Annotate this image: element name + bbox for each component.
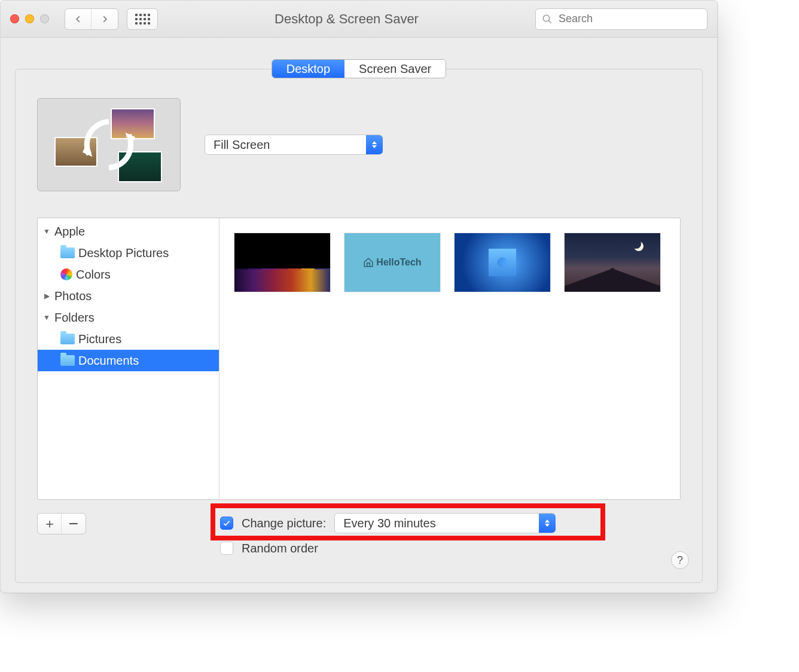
minimize-window-button[interactable] [25,14,34,23]
disclosure-down-icon: ▼ [42,227,51,236]
window-title: Desktop & Screen Saver [166,11,527,27]
chevron-left-icon [74,15,83,23]
change-picture-section: Change picture: Every 30 minutes Random … [220,511,556,561]
window-controls [10,14,49,23]
source-label: Colors [76,268,111,282]
change-picture-row: Change picture: Every 30 minutes [220,511,556,536]
source-item-documents[interactable]: Documents [38,350,219,371]
svg-point-0 [543,15,550,22]
close-window-button[interactable] [10,14,19,23]
source-label: Desktop Pictures [78,246,169,260]
add-folder-button[interactable]: ＋ [38,514,62,534]
tab-desktop[interactable]: Desktop [272,60,344,78]
nav-back-forward [65,8,118,30]
color-wheel-icon [60,268,72,280]
change-interval-value: Every 30 minutes [335,517,539,530]
wallpaper-thumb[interactable] [454,233,551,292]
sources-split: ▼ Apple Desktop Pictures Colors ▶ Photos… [37,218,681,500]
source-item-desktop-pictures[interactable]: Desktop Pictures [38,242,219,264]
titlebar: Desktop & Screen Saver [1,1,717,38]
arrows-icon [539,514,556,533]
grid-icon [135,14,150,25]
source-label: Pictures [78,332,121,346]
fit-mode-popup[interactable]: Fill Screen [205,135,383,155]
random-order-checkbox[interactable] [220,542,233,555]
help-icon: ? [677,554,683,567]
remove-folder-button[interactable]: − [62,514,86,534]
disclosure-right-icon: ▶ [42,292,51,300]
zoom-window-button[interactable] [40,14,49,23]
back-button[interactable] [65,9,92,29]
house-icon [363,257,374,268]
source-group-folders[interactable]: ▼ Folders [38,307,219,328]
folder-icon [60,334,75,344]
source-item-pictures[interactable]: Pictures [38,328,219,350]
wallpaper-thumb[interactable] [234,233,331,292]
thumb-caption: HelloTech [376,257,421,268]
tab-bar: Desktop Screen Saver [1,59,717,78]
source-label: Photos [54,289,92,303]
source-label: Documents [78,354,139,368]
wallpaper-thumb[interactable] [564,233,661,292]
svg-line-1 [548,20,551,23]
change-picture-label: Change picture: [242,517,326,530]
change-interval-popup[interactable]: Every 30 minutes [334,513,556,533]
tab-screensaver[interactable]: Screen Saver [344,60,446,78]
disclosure-down-icon: ▼ [42,313,51,322]
show-all-prefs-button[interactable] [127,8,158,30]
search-input[interactable] [557,12,701,26]
random-order-row: Random order [220,536,556,561]
folder-icon [60,248,75,258]
wallpaper-thumb[interactable]: HelloTech [344,233,441,292]
fit-mode-value: Fill Screen [205,138,366,152]
thumbnail-grid[interactable]: HelloTech [219,218,680,499]
random-order-label: Random order [242,542,318,555]
search-field[interactable] [535,8,707,30]
system-preferences-window: Desktop & Screen Saver Desktop Screen Sa… [0,0,718,593]
folder-icon [60,355,75,366]
cycle-arrows-icon [76,112,142,178]
checkmark-icon [222,519,231,527]
desktop-preview [37,98,181,191]
source-list[interactable]: ▼ Apple Desktop Pictures Colors ▶ Photos… [38,218,219,499]
source-group-apple[interactable]: ▼ Apple [38,221,219,242]
search-icon [542,14,553,25]
source-label: Apple [54,225,85,239]
preview-row: Fill Screen [37,98,681,191]
arrows-icon [366,135,383,154]
source-group-photos[interactable]: ▶ Photos [38,285,219,307]
source-item-colors[interactable]: Colors [38,264,219,285]
help-button[interactable]: ? [671,551,689,569]
forward-button[interactable] [92,9,118,29]
change-picture-checkbox[interactable] [220,517,233,530]
source-label: Folders [54,311,94,325]
main-panel: Fill Screen ▼ Apple Desktop Pictures Col… [15,69,703,583]
chevron-right-icon [100,15,109,23]
